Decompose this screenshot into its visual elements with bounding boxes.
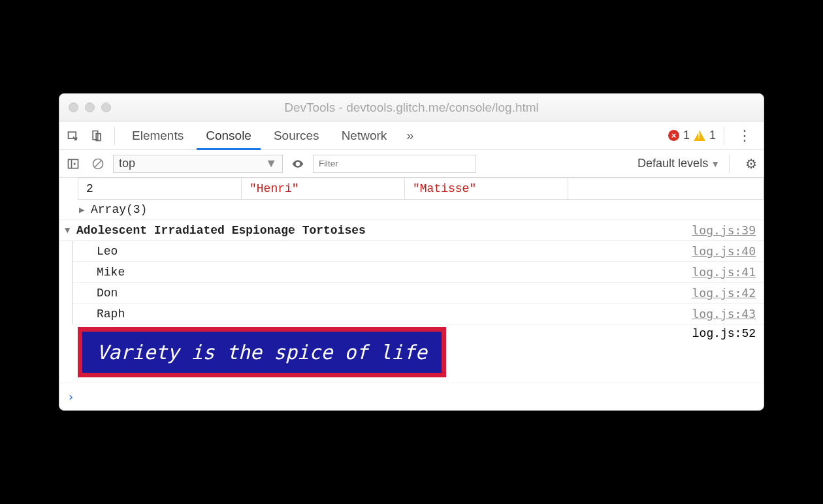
window-title: DevTools - devtools.glitch.me/console/lo… <box>59 101 764 115</box>
error-count: 1 <box>683 129 690 142</box>
main-tabs: Elements Console Sources Network » × 1 1… <box>59 121 764 150</box>
tab-network[interactable]: Network <box>332 121 396 150</box>
more-tabs-button[interactable]: » <box>400 128 420 143</box>
window-controls <box>69 102 111 112</box>
console-output: 2 "Henri" "Matisse" Array(3) Adolescent … <box>59 178 764 410</box>
log-entry: Leo log.js:40 <box>73 241 764 262</box>
group-title: Adolescent Irradiated Espionage Tortoise… <box>76 224 366 237</box>
svg-rect-3 <box>69 159 78 168</box>
context-selector[interactable]: top ▼ <box>113 155 283 173</box>
styled-log-entry: Variety is the spice of life log.js:52 <box>59 324 764 383</box>
log-levels-selector[interactable]: Default levels ▼ <box>637 157 720 170</box>
levels-label: Default levels <box>637 157 708 170</box>
svg-line-6 <box>95 161 101 167</box>
array-preview: Array(3) <box>91 203 147 216</box>
warning-icon <box>694 131 705 141</box>
log-entry: Mike log.js:41 <box>73 262 764 283</box>
console-group-header[interactable]: Adolescent Irradiated Espionage Tortoise… <box>59 220 764 241</box>
collapse-icon[interactable] <box>65 225 74 236</box>
svg-point-7 <box>297 163 299 165</box>
source-link[interactable]: log.js:42 <box>692 286 756 300</box>
error-icon: × <box>668 130 679 141</box>
expand-icon[interactable] <box>79 204 88 215</box>
table-row: 2 "Henri" "Matisse" <box>78 178 764 200</box>
divider <box>729 155 730 173</box>
zoom-icon[interactable] <box>101 102 111 112</box>
source-link[interactable]: log.js:41 <box>692 265 756 279</box>
log-text: Don <box>97 287 118 300</box>
log-entry: Don log.js:42 <box>73 283 764 304</box>
styled-log-text: Variety is the spice of life <box>78 327 446 377</box>
table-cell: "Matisse" <box>405 178 568 199</box>
warning-count: 1 <box>709 129 716 142</box>
minimize-icon[interactable] <box>85 102 95 112</box>
svg-rect-1 <box>93 131 98 139</box>
log-entry: Raph log.js:43 <box>73 304 764 324</box>
table-cell: "Henri" <box>242 178 405 199</box>
titlebar: DevTools - devtools.glitch.me/console/lo… <box>59 94 764 121</box>
settings-icon[interactable]: ⚙ <box>739 156 757 172</box>
prompt-caret: › <box>67 390 74 403</box>
filter-input[interactable] <box>313 155 476 173</box>
chevron-down-icon: ▼ <box>265 157 277 170</box>
source-link[interactable]: log.js:39 <box>692 223 756 237</box>
tab-sources[interactable]: Sources <box>265 121 329 150</box>
log-text: Mike <box>97 266 125 279</box>
source-link[interactable]: log.js:43 <box>692 307 756 321</box>
source-link[interactable]: log.js:40 <box>692 244 756 258</box>
table-index: 2 <box>78 178 242 199</box>
devtools-window: DevTools - devtools.glitch.me/console/lo… <box>59 93 764 411</box>
log-text: Raph <box>97 307 125 321</box>
context-value: top <box>119 157 135 170</box>
divider <box>724 127 724 145</box>
log-text: Leo <box>97 245 118 258</box>
svg-rect-0 <box>69 132 76 138</box>
sidebar-toggle-icon[interactable] <box>63 154 83 174</box>
console-group-body: Leo log.js:40 Mike log.js:41 Don log.js:… <box>73 241 764 324</box>
device-toggle-icon[interactable] <box>87 126 106 146</box>
status-indicators[interactable]: × 1 1 <box>668 129 716 142</box>
source-link[interactable]: log.js:52 <box>692 327 756 340</box>
tab-console[interactable]: Console <box>197 121 261 150</box>
console-toolbar: top ▼ Default levels ▼ ⚙ <box>59 150 764 178</box>
clear-console-icon[interactable] <box>88 154 108 174</box>
menu-icon[interactable]: ⋮ <box>732 127 757 144</box>
tab-elements[interactable]: Elements <box>123 121 193 150</box>
chevron-down-icon: ▼ <box>711 159 720 169</box>
close-icon[interactable] <box>69 102 78 112</box>
divider <box>114 127 115 145</box>
console-prompt[interactable]: › <box>59 383 764 410</box>
live-expression-icon[interactable] <box>288 154 308 174</box>
inspect-icon[interactable] <box>63 126 83 146</box>
array-preview-row[interactable]: Array(3) <box>59 200 764 220</box>
table-cell-empty <box>568 178 763 199</box>
